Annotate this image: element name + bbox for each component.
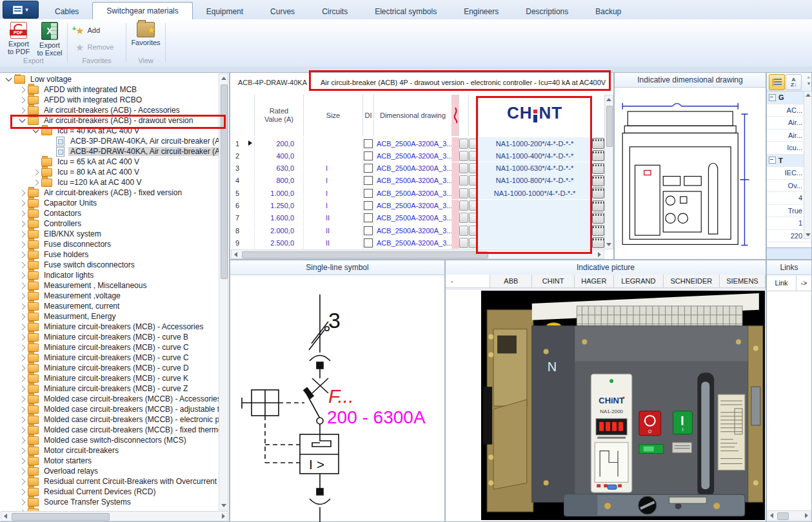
chevron-collapsed-icon[interactable] xyxy=(19,354,25,361)
dimensional-drawing-link[interactable]: ACB_2500A-3200A_3... xyxy=(374,212,452,224)
header-size[interactable]: Size xyxy=(304,95,363,136)
tree-item[interactable]: Miniature circuit-breakers (MCB) - curve… xyxy=(0,383,219,394)
checkbox[interactable] xyxy=(364,164,373,173)
di-checkbox-cell[interactable] xyxy=(363,150,374,162)
chevron-collapsed-icon[interactable] xyxy=(19,344,25,351)
chevron-collapsed-icon[interactable] xyxy=(19,210,25,217)
tree-item[interactable]: Source Transfer Systems xyxy=(0,497,219,507)
picture-button-cell[interactable] xyxy=(591,162,606,175)
chevron-collapsed-icon[interactable] xyxy=(19,488,25,495)
detail-button[interactable] xyxy=(459,226,468,236)
ribbon-tab-engineers[interactable]: Engineers xyxy=(450,4,512,19)
picture-button-cell[interactable] xyxy=(591,175,606,187)
chevron-collapsed-icon[interactable] xyxy=(19,241,25,247)
open-button-cell[interactable]: > xyxy=(469,137,479,150)
chevron-collapsed-icon[interactable] xyxy=(19,468,25,474)
detail-button-cell[interactable] xyxy=(459,137,469,150)
open-button-cell[interactable]: > xyxy=(469,175,479,187)
chevron-collapsed-icon[interactable] xyxy=(19,303,25,309)
detail-button[interactable] xyxy=(459,139,468,149)
di-checkbox-cell[interactable] xyxy=(363,237,374,249)
picture-button[interactable] xyxy=(592,163,604,174)
chevron-collapsed-icon[interactable] xyxy=(19,189,25,196)
ribbon-tab-equipment[interactable]: Equipment xyxy=(193,4,257,19)
link-column-header[interactable]: Link xyxy=(767,275,797,291)
chevron-collapsed-icon[interactable] xyxy=(19,293,25,299)
tree-item[interactable]: Motor circuit-breakers xyxy=(0,445,219,456)
picture-button[interactable] xyxy=(592,225,604,236)
dimensional-drawing-link[interactable]: ACB_2500A-3200A_3... xyxy=(374,224,452,237)
chevron-collapsed-icon[interactable] xyxy=(19,86,25,93)
tree-item[interactable]: Icu = 40 kA at AC 400 V xyxy=(0,126,219,136)
ribbon-tab-curves[interactable]: Curves xyxy=(257,4,308,19)
ribbon-tab-descriptions[interactable]: Descriptions xyxy=(512,4,582,19)
di-checkbox-cell[interactable] xyxy=(363,224,374,237)
picture-button-cell[interactable] xyxy=(591,137,606,150)
open-button-cell[interactable]: > xyxy=(469,187,479,199)
open-arrow-button[interactable]: > xyxy=(469,200,478,211)
chevron-collapsed-icon[interactable] xyxy=(19,478,25,485)
detail-button-cell[interactable] xyxy=(459,175,469,187)
picture-button-cell[interactable] xyxy=(591,187,606,199)
brand-tab-schneider[interactable]: SCHNEIDER xyxy=(664,275,720,288)
picture-button[interactable] xyxy=(592,188,604,198)
chevron-collapsed-icon[interactable] xyxy=(19,107,25,113)
chevron-collapsed-icon[interactable] xyxy=(19,499,25,505)
dimensional-drawing-link[interactable]: ACB_2500A-3200A_3... xyxy=(374,150,452,162)
chevron-collapsed-icon[interactable] xyxy=(19,458,25,464)
open-arrow-button[interactable]: > xyxy=(469,213,478,223)
di-checkbox-cell[interactable] xyxy=(363,212,374,224)
picture-button[interactable] xyxy=(592,237,604,248)
collapse-minus-icon[interactable] xyxy=(769,94,776,101)
open-arrow-button[interactable]: > xyxy=(469,226,478,236)
chevron-expanded-icon[interactable] xyxy=(32,127,39,133)
ribbon-tab-switchgear-materials[interactable]: Switchgear materials xyxy=(92,2,192,19)
picture-button-cell[interactable] xyxy=(591,200,606,212)
tree-item[interactable]: EIB/KNX system xyxy=(0,229,219,239)
tree-item[interactable]: Icu =120 kA at AC 400 V xyxy=(0,177,219,188)
table-vertical-scrollbar[interactable] xyxy=(604,95,613,249)
tree-item[interactable]: Measurement ,voltage xyxy=(0,291,219,301)
collapse-minus-icon[interactable] xyxy=(769,157,776,164)
tree-item[interactable]: Icu = 65 kA at AC 400 V xyxy=(0,157,219,167)
chevron-collapsed-icon[interactable] xyxy=(19,427,25,433)
checkbox[interactable] xyxy=(364,238,373,247)
detail-button-cell[interactable] xyxy=(459,150,469,162)
open-arrow-button[interactable]: > xyxy=(469,188,478,198)
ribbon-tab-backup[interactable]: Backup xyxy=(582,4,635,19)
open-button-cell[interactable]: > xyxy=(469,200,479,212)
tree-item[interactable]: Fuse disconnectors xyxy=(0,239,219,249)
tree-item[interactable]: Air circuit-breakers (ACB) - drawout ver… xyxy=(0,115,219,126)
chevron-collapsed-icon[interactable] xyxy=(19,272,25,278)
sort-az-button[interactable]: AZ↓ xyxy=(786,74,802,90)
dimensional-drawing-link[interactable]: ACB_2500A-3200A_3... xyxy=(374,237,452,249)
tree-item[interactable]: Measurement, current xyxy=(0,301,219,311)
tree-item[interactable]: Molded case circuit-breakers (MCCB) - Ac… xyxy=(0,394,219,404)
chevron-collapsed-icon[interactable] xyxy=(19,385,25,392)
detail-button[interactable] xyxy=(459,213,468,223)
open-button-cell[interactable]: > xyxy=(469,162,479,175)
chevron-collapsed-icon[interactable] xyxy=(19,375,25,382)
tree-item[interactable]: AFDD with integrated RCBO xyxy=(0,95,219,105)
picture-button-cell[interactable] xyxy=(591,212,606,224)
chevron-collapsed-icon[interactable] xyxy=(19,447,25,454)
chevron-collapsed-icon[interactable] xyxy=(19,262,25,268)
detail-button[interactable] xyxy=(459,238,468,248)
tree-item[interactable]: Motor starters xyxy=(0,456,219,466)
header-rated-value[interactable]: Rated Value (A) xyxy=(255,95,304,136)
open-arrow-button[interactable]: > xyxy=(469,163,478,173)
picture-button-cell[interactable] xyxy=(591,224,606,237)
tree-item[interactable]: Miniature circuit-breakers (MCB) - Acces… xyxy=(0,322,219,332)
chevron-collapsed-icon[interactable] xyxy=(19,324,25,330)
ribbon-tab-cables[interactable]: Cables xyxy=(41,4,92,19)
detail-button[interactable] xyxy=(459,200,468,211)
detail-button-cell[interactable] xyxy=(459,212,469,224)
tree-item[interactable]: Contactors xyxy=(0,208,219,218)
favorites-remove-button[interactable]: ★ Remove xyxy=(75,40,114,54)
picture-button[interactable] xyxy=(592,175,604,186)
chevron-collapsed-icon[interactable] xyxy=(19,406,25,412)
chevron-collapsed-icon[interactable] xyxy=(19,97,25,103)
ribbon-tab-electrical-symbols[interactable]: Electrical symbols xyxy=(361,4,450,19)
tree-item[interactable]: Miniature circuit-breakers (MCB) - curve… xyxy=(0,363,219,373)
chevron-collapsed-icon[interactable] xyxy=(19,220,25,227)
